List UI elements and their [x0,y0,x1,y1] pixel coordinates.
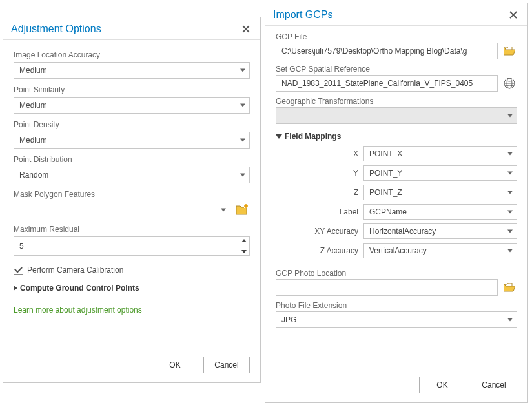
mapping-z-accuracy-label: Z Accuracy [287,246,358,255]
select-value: POINT_X [369,149,402,158]
set-spatial-ref-button[interactable] [502,76,517,91]
select-value: POINT_Y [369,169,402,178]
point-similarity-label: Point Similarity [14,85,250,94]
mapping-x-label: X [287,149,358,158]
globe-icon [504,78,515,89]
photo-location-label: GCP Photo Location [276,269,517,278]
mask-polygon-select[interactable] [14,202,230,218]
point-density-select[interactable]: Medium [14,132,250,149]
dialog-title: Adjustment Options [11,23,101,35]
point-density-label: Point Density [14,120,250,129]
point-distribution-label: Point Distribution [14,155,250,164]
chevron-down-icon [240,139,245,142]
max-residual-label: Maximum Residual [14,225,250,234]
mapping-z-label: Z [287,188,358,197]
select-value: VerticalAccuracy [369,246,427,255]
mapping-label-select[interactable]: GCPName [363,204,517,220]
point-similarity-select[interactable]: Medium [14,97,250,114]
adjustment-options-dialog: Adjustment Options Image Location Accura… [3,17,261,383]
learn-more-link[interactable]: Learn more about adjustment options [14,306,250,315]
geo-trans-label: Geographic Transformations [276,97,517,106]
folder-plus-icon [236,204,249,216]
geo-trans-select[interactable] [276,107,517,124]
gcp-file-label: GCP File [276,32,517,41]
mapping-y-select[interactable]: POINT_Y [363,165,517,181]
select-value: Medium [19,66,47,75]
chevron-down-icon [240,104,245,107]
folder-open-icon [504,283,515,292]
input-value: C:\Users\juli7579\Desktop\Ortho Mapping … [281,47,467,56]
select-value: Medium [19,136,47,145]
field-mappings-expander[interactable]: Field Mappings [276,132,517,141]
select-value: POINT_Z [369,188,402,197]
chevron-down-icon [507,230,513,233]
image-location-accuracy-select[interactable]: Medium [14,62,250,79]
chevron-down-icon [507,211,513,214]
import-gcps-dialog: Import GCPs GCP File C:\Users\juli7579\D… [265,3,528,403]
chevron-down-icon [507,191,513,194]
select-value: Medium [19,101,47,110]
chevron-down-icon [240,69,245,72]
close-icon [509,11,517,19]
mapping-label-label: Label [287,207,358,216]
chevron-down-icon [507,114,513,118]
chevron-down-icon [507,318,513,322]
mapping-z-accuracy-select[interactable]: VerticalAccuracy [363,243,517,258]
close-button[interactable] [507,8,520,21]
gcp-file-input[interactable]: C:\Users\juli7579\Desktop\Ortho Mapping … [276,43,498,59]
mapping-y-label: Y [287,169,358,178]
folder-open-icon [504,47,515,56]
compute-gcps-expander[interactable]: Compute Ground Control Points [14,284,250,293]
photo-ext-select[interactable]: JPG [276,311,517,328]
checkbox-label: Perform Camera Calibration [27,265,123,275]
image-location-accuracy-label: Image Location Accuracy [14,50,250,59]
browse-photo-location-button[interactable] [502,280,517,295]
browse-gcp-file-button[interactable] [502,43,517,59]
ok-button[interactable]: OK [152,357,198,373]
input-value: NAD_1983_2011_StatePlane_California_V_FI… [281,79,473,88]
photo-ext-label: Photo File Extension [276,301,517,310]
mapping-x-select[interactable]: POINT_X [363,146,517,161]
mapping-z-select[interactable]: POINT_Z [363,185,517,200]
point-distribution-select[interactable]: Random [14,167,250,183]
add-layer-button[interactable] [234,202,250,218]
mapping-xy-accuracy-select[interactable]: HorizontalAccuracy [363,223,517,239]
spatial-ref-input[interactable]: NAD_1983_2011_StatePlane_California_V_FI… [276,75,498,92]
mapping-xy-accuracy-label: XY Accuracy [287,227,358,236]
chevron-down-icon [276,134,282,139]
select-value: Random [19,171,48,180]
checkbox-icon [14,265,23,275]
close-button[interactable] [240,23,252,36]
camera-calibration-checkbox[interactable]: Perform Camera Calibration [14,265,250,275]
stepper-down[interactable] [241,250,247,253]
chevron-down-icon [240,174,245,177]
expander-label: Compute Ground Control Points [20,284,139,293]
ok-button[interactable]: OK [419,377,466,393]
dialog-title: Import GCPs [273,9,332,21]
chevron-right-icon [14,286,17,291]
select-value: GCPName [369,207,407,216]
mask-polygon-label: Mask Polygon Features [14,190,250,199]
cancel-button[interactable]: Cancel [203,357,250,373]
select-value: JPG [281,315,296,324]
stepper-up[interactable] [241,239,247,242]
expander-label: Field Mappings [285,132,341,141]
spinner-value: 5 [19,242,24,251]
spatial-ref-label: Set GCP Spatial Reference [276,65,517,74]
chevron-down-icon [507,152,513,156]
cancel-button[interactable]: Cancel [471,377,517,393]
close-icon [242,25,250,33]
max-residual-input[interactable]: 5 [14,236,250,256]
chevron-down-icon [507,172,513,175]
chevron-down-icon [507,249,513,253]
chevron-down-icon [221,209,226,212]
select-value: HorizontalAccuracy [369,227,436,236]
photo-location-input[interactable] [276,279,498,296]
